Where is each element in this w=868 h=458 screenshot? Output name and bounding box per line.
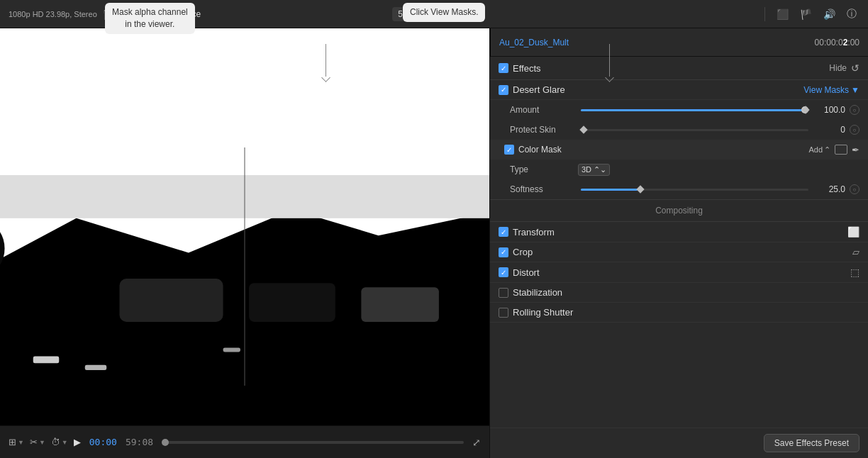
transform-row: ✓ Transform ⬜ [490,222,868,242]
type-row: Type 3D ⌃⌄ [490,160,868,179]
softness-value: 25.0 [816,184,845,194]
filename-text: Au_02_Dusk_Mult [499,38,569,48]
amount-reset-button[interactable]: ○ [850,105,859,115]
scrubber[interactable] [162,441,464,444]
type-chevron-icon: ⌃⌄ [594,165,606,174]
svg-rect-6 [361,287,439,322]
stabilization-checkbox[interactable] [499,288,508,298]
shape-icon[interactable] [835,145,847,155]
softness-slider[interactable] [581,189,808,191]
layout-chevron-icon: ▼ [18,439,24,446]
amount-value: 100.0 [816,105,845,115]
zoom-chevron-icon: ▼ [417,9,425,19]
scrubber-thumb [162,439,169,446]
protect-skin-slider[interactable] [581,129,808,131]
protect-skin-reset-button[interactable]: ○ [850,125,859,135]
rolling-shutter-checkbox[interactable] [499,308,508,318]
type-select[interactable]: 3D ⌃⌄ [578,164,610,176]
layout-icon: ⊞ [9,437,16,447]
distort-checkbox[interactable]: ✓ [499,267,508,277]
transform-checkbox[interactable]: ✓ [499,227,508,237]
effects-title: Effects [513,63,541,74]
speed-icon: ⏱ [51,437,60,447]
color-mask-label: Color Mask [518,145,804,155]
view-label: View [441,9,460,19]
zoom-button[interactable]: 54% ▼ [392,7,431,21]
trim-button[interactable]: ✂ ▼ [30,437,45,447]
zoom-value: 54% [398,9,415,19]
play-button[interactable]: ▶ [74,437,81,447]
top-bar: 1080p HD 23.98p, Stereo 🎬 01.1 Audi Expe… [0,0,868,28]
protect-skin-value: 0 [816,125,845,135]
distort-row: ✓ Distort ⬚ [490,262,868,283]
effects-checkbox[interactable]: ✓ [499,63,508,73]
fullscreen-button[interactable]: ⤢ [472,437,481,448]
content-area: ⊞ ▼ ✂ ▼ ⏱ ▼ ▶ 00:00 59:08 ⤢ [0,28,868,458]
add-chevron-icon: ⌃ [824,145,830,155]
trim-icon: ✂ [30,437,38,447]
clip-icon-button[interactable]: ⬛ [774,7,791,21]
crop-row: ✓ Crop ▱ [490,242,868,262]
top-bar-right: ⬛ 🏴 🔊 ⓘ [476,6,859,22]
add-label: Add [808,145,823,154]
timecode-suffix: :00 [847,38,859,48]
reset-button[interactable]: ↺ [851,62,859,74]
effects-header: ✓ Effects Hide ↺ [490,57,868,80]
desert-glare-checkbox[interactable]: ✓ [499,85,508,95]
flag-icon-button[interactable]: 🏴 [797,7,815,21]
desert-glare-row: ✓ Desert Glare View Masks ▼ [490,80,868,100]
distort-label: Distort [513,267,540,278]
svg-rect-5 [249,283,335,322]
timecode-total: 59:08 [126,437,153,447]
clip-title: 01.1 Audi Experience [121,9,201,19]
protect-skin-label: Protect Skin [510,125,574,135]
cursor-line [245,147,245,386]
color-mask-checkbox[interactable]: ✓ [504,145,514,155]
rolling-shutter-row: Rolling Shutter [490,303,868,323]
viewer-area: ⊞ ▼ ✂ ▼ ⏱ ▼ ▶ 00:00 59:08 ⤢ [0,28,489,458]
save-effects-preset-button[interactable]: Save Effects Preset [764,434,859,452]
view-button[interactable]: View ▼ [435,7,476,21]
top-bar-center: 54% ▼ View ▼ [392,7,476,21]
divider [764,7,765,21]
transform-label: Transform [513,227,555,238]
crop-label: Crop [513,247,533,257]
effects-title-row: ✓ Effects [499,63,541,74]
svg-rect-4 [119,279,223,322]
type-label: Type [510,164,574,174]
amount-slider[interactable] [581,109,808,111]
crop-icon: ▱ [852,247,859,257]
color-mask-row: ✓ Color Mask Add ⌃ ✒ [490,140,868,160]
protect-skin-row: Protect Skin 0 ○ [490,120,868,140]
rolling-shutter-label: Rolling Shutter [513,307,573,318]
info-icon-button[interactable]: ⓘ [844,6,859,22]
film-icon: 🎬 [103,9,115,20]
hide-button[interactable]: Hide [829,63,847,73]
add-button[interactable]: Add ⌃ [808,145,830,155]
speed-button[interactable]: ⏱ ▼ [51,437,68,447]
crop-checkbox[interactable]: ✓ [499,247,508,257]
view-masks-button[interactable]: View Masks ▼ [803,85,859,95]
viewer-canvas [0,28,489,425]
compositing-section: Compositing [490,199,868,222]
viewer-controls: ⊞ ▼ ✂ ▼ ⏱ ▼ ▶ 00:00 59:08 ⤢ [0,425,489,458]
amount-label: Amount [510,105,574,115]
top-bar-left: 1080p HD 23.98p, Stereo 🎬 01.1 Audi Expe… [9,9,392,20]
softness-reset-button[interactable]: ○ [850,184,859,194]
distort-icon: ⬚ [850,267,859,278]
timecode-display: 00:00:02:00 [815,38,859,48]
timecode-prefix: 00:00:0 [815,38,843,48]
softness-label: Softness [510,184,574,194]
svg-rect-14 [85,365,106,370]
type-value: 3D [582,165,591,174]
svg-rect-15 [223,347,240,352]
speed-chevron-icon: ▼ [62,439,68,446]
transform-icon: ⬜ [847,226,859,238]
compositing-label: Compositing [499,206,859,216]
softness-row: Softness 25.0 ○ [490,179,868,199]
amount-row: Amount 100.0 ○ [490,100,868,120]
speaker-icon-button[interactable]: 🔊 [820,7,838,21]
eyedropper-button[interactable]: ✒ [852,145,859,155]
layout-button[interactable]: ⊞ ▼ [9,437,24,447]
resolution-text: 1080p HD 23.98p, Stereo [9,10,97,18]
